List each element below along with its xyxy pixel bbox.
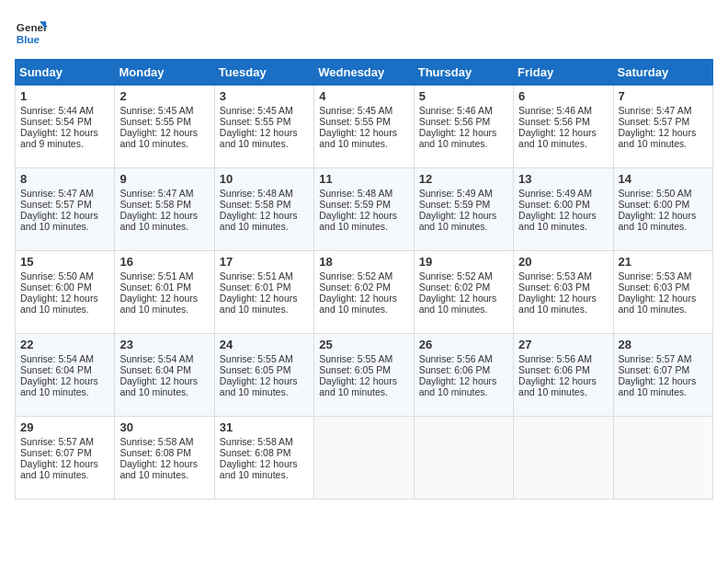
daylight: Daylight: 12 hours and 10 minutes.	[220, 210, 298, 232]
calendar-cell: 24Sunrise: 5:55 AMSunset: 6:05 PMDayligh…	[214, 334, 313, 417]
sunrise: Sunrise: 5:58 AM	[220, 436, 293, 447]
sunset: Sunset: 6:02 PM	[319, 282, 391, 293]
col-header-sunday: Sunday	[16, 60, 115, 86]
calendar-cell: 18Sunrise: 5:52 AMSunset: 6:02 PMDayligh…	[314, 251, 414, 334]
sunset: Sunset: 5:54 PM	[20, 116, 92, 127]
daylight: Daylight: 12 hours and 10 minutes.	[220, 458, 298, 480]
logo: General Blue	[15, 15, 48, 48]
sunrise: Sunrise: 5:57 AM	[619, 353, 692, 364]
calendar-body: 1Sunrise: 5:44 AMSunset: 5:54 PMDaylight…	[16, 86, 713, 500]
calendar-cell: 30Sunrise: 5:58 AMSunset: 6:08 PMDayligh…	[115, 417, 214, 500]
daylight: Daylight: 12 hours and 10 minutes.	[619, 210, 697, 232]
sunset: Sunset: 6:03 PM	[619, 282, 690, 293]
sunrise: Sunrise: 5:56 AM	[419, 353, 493, 364]
daylight: Daylight: 12 hours and 10 minutes.	[119, 375, 198, 397]
daylight: Daylight: 12 hours and 10 minutes.	[319, 210, 397, 232]
col-header-tuesday: Tuesday	[214, 60, 313, 86]
sunrise: Sunrise: 5:55 AM	[319, 353, 392, 364]
sunrise: Sunrise: 5:49 AM	[518, 188, 592, 199]
daylight: Daylight: 12 hours and 10 minutes.	[20, 293, 98, 315]
daylight: Daylight: 12 hours and 10 minutes.	[119, 127, 198, 149]
day-number: 31	[220, 420, 309, 434]
daylight: Daylight: 12 hours and 10 minutes.	[518, 127, 597, 149]
day-number: 9	[119, 172, 209, 186]
calendar-cell: 31Sunrise: 5:58 AMSunset: 6:08 PMDayligh…	[214, 417, 313, 500]
sunset: Sunset: 6:08 PM	[220, 447, 291, 458]
calendar-cell: 19Sunrise: 5:52 AMSunset: 6:02 PMDayligh…	[414, 251, 513, 334]
day-number: 6	[518, 89, 608, 103]
sunrise: Sunrise: 5:47 AM	[119, 188, 193, 199]
calendar-cell: 2Sunrise: 5:45 AMSunset: 5:55 PMDaylight…	[115, 86, 214, 168]
daylight: Daylight: 12 hours and 10 minutes.	[619, 127, 697, 149]
daylight: Daylight: 12 hours and 10 minutes.	[419, 210, 497, 232]
daylight: Daylight: 12 hours and 10 minutes.	[20, 375, 98, 397]
col-header-friday: Friday	[514, 60, 613, 86]
sunset: Sunset: 6:03 PM	[518, 282, 590, 293]
day-number: 8	[20, 172, 109, 186]
calendar-cell: 5Sunrise: 5:46 AMSunset: 5:56 PMDaylight…	[414, 86, 513, 168]
sunrise: Sunrise: 5:50 AM	[619, 188, 692, 199]
calendar-cell	[514, 417, 613, 500]
sunset: Sunset: 6:05 PM	[319, 364, 391, 375]
calendar-cell: 17Sunrise: 5:51 AMSunset: 6:01 PMDayligh…	[214, 251, 313, 334]
sunrise: Sunrise: 5:44 AM	[20, 105, 94, 116]
calendar-cell	[314, 417, 414, 500]
day-number: 23	[119, 338, 209, 351]
sunset: Sunset: 5:57 PM	[619, 116, 690, 127]
daylight: Daylight: 12 hours and 10 minutes.	[20, 458, 98, 480]
day-number: 5	[419, 89, 508, 103]
daylight: Daylight: 12 hours and 10 minutes.	[619, 293, 697, 315]
day-number: 2	[119, 89, 209, 103]
daylight: Daylight: 12 hours and 10 minutes.	[119, 458, 198, 480]
calendar-week-3: 15Sunrise: 5:50 AMSunset: 6:00 PMDayligh…	[16, 251, 713, 334]
daylight: Daylight: 12 hours and 10 minutes.	[220, 127, 298, 149]
calendar-cell: 13Sunrise: 5:49 AMSunset: 6:00 PMDayligh…	[514, 168, 613, 251]
day-number: 29	[20, 420, 109, 434]
sunrise: Sunrise: 5:49 AM	[419, 188, 493, 199]
day-number: 12	[419, 172, 508, 186]
sunset: Sunset: 6:04 PM	[20, 364, 92, 375]
sunrise: Sunrise: 5:53 AM	[619, 270, 692, 282]
day-number: 7	[619, 89, 708, 103]
daylight: Daylight: 12 hours and 10 minutes.	[419, 127, 497, 149]
day-number: 18	[319, 255, 408, 269]
sunrise: Sunrise: 5:53 AM	[518, 270, 592, 282]
calendar-cell: 14Sunrise: 5:50 AMSunset: 6:00 PMDayligh…	[613, 168, 712, 251]
calendar-cell: 12Sunrise: 5:49 AMSunset: 5:59 PMDayligh…	[414, 168, 513, 251]
sunset: Sunset: 6:06 PM	[419, 364, 491, 375]
day-number: 4	[319, 89, 408, 103]
sunset: Sunset: 6:08 PM	[119, 447, 191, 458]
sunrise: Sunrise: 5:50 AM	[20, 270, 94, 282]
calendar-cell: 11Sunrise: 5:48 AMSunset: 5:59 PMDayligh…	[314, 168, 414, 251]
sunrise: Sunrise: 5:46 AM	[419, 105, 493, 116]
day-number: 3	[220, 89, 309, 103]
sunset: Sunset: 5:58 PM	[220, 199, 291, 210]
sunrise: Sunrise: 5:47 AM	[20, 188, 94, 199]
sunrise: Sunrise: 5:56 AM	[518, 353, 592, 364]
sunset: Sunset: 6:00 PM	[518, 199, 590, 210]
sunset: Sunset: 5:55 PM	[319, 116, 391, 127]
col-header-wednesday: Wednesday	[314, 60, 414, 86]
sunset: Sunset: 6:00 PM	[619, 199, 690, 210]
calendar-table: SundayMondayTuesdayWednesdayThursdayFrid…	[15, 59, 713, 500]
sunrise: Sunrise: 5:57 AM	[20, 436, 94, 447]
calendar-cell: 7Sunrise: 5:47 AMSunset: 5:57 PMDaylight…	[613, 86, 712, 168]
calendar-cell: 4Sunrise: 5:45 AMSunset: 5:55 PMDaylight…	[314, 86, 414, 168]
sunrise: Sunrise: 5:51 AM	[119, 270, 193, 282]
calendar-cell: 29Sunrise: 5:57 AMSunset: 6:07 PMDayligh…	[16, 417, 115, 500]
day-number: 25	[319, 338, 408, 351]
day-number: 24	[220, 338, 309, 351]
sunset: Sunset: 5:56 PM	[419, 116, 491, 127]
calendar-cell: 22Sunrise: 5:54 AMSunset: 6:04 PMDayligh…	[16, 334, 115, 417]
daylight: Daylight: 12 hours and 10 minutes.	[419, 375, 497, 397]
sunset: Sunset: 5:59 PM	[419, 199, 491, 210]
daylight: Daylight: 12 hours and 10 minutes.	[119, 293, 198, 315]
sunrise: Sunrise: 5:52 AM	[319, 270, 392, 282]
day-number: 19	[419, 255, 508, 269]
daylight: Daylight: 12 hours and 10 minutes.	[518, 210, 597, 232]
calendar-cell: 10Sunrise: 5:48 AMSunset: 5:58 PMDayligh…	[214, 168, 313, 251]
sunset: Sunset: 6:01 PM	[220, 282, 291, 293]
sunset: Sunset: 5:59 PM	[319, 199, 391, 210]
sunrise: Sunrise: 5:55 AM	[220, 353, 293, 364]
calendar-cell: 16Sunrise: 5:51 AMSunset: 6:01 PMDayligh…	[115, 251, 214, 334]
